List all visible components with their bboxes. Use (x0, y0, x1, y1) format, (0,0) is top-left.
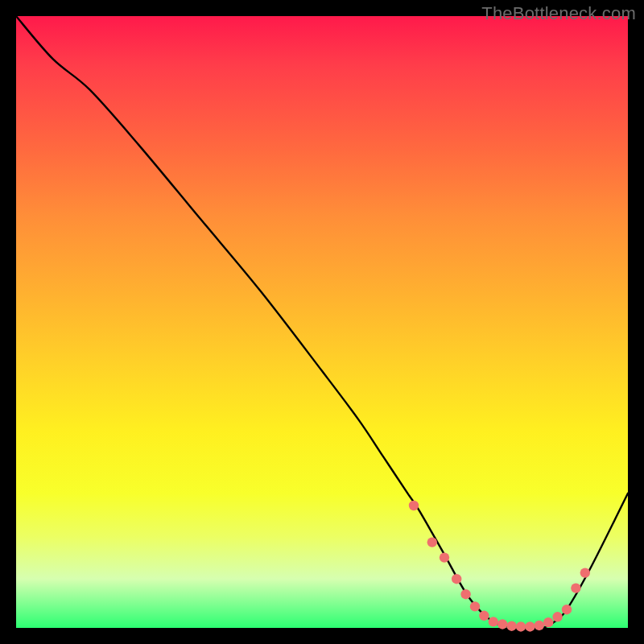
marker-group (409, 501, 590, 632)
marker-dot (489, 617, 498, 626)
marker-dot (543, 617, 553, 627)
marker-dot (427, 537, 437, 547)
marker-dot (460, 589, 470, 599)
marker-dot (409, 501, 419, 510)
marker-dot (580, 568, 590, 577)
marker-dot (497, 619, 507, 629)
chart-frame: TheBottleneck.com (0, 0, 644, 644)
marker-dot (506, 621, 516, 631)
marker-dot (571, 583, 580, 592)
watermark-label: TheBottleneck.com (481, 3, 636, 24)
marker-dot (552, 612, 562, 621)
chart-svg (16, 16, 628, 628)
plot-area (16, 16, 628, 628)
marker-dot (525, 621, 535, 631)
marker-dot (516, 621, 526, 631)
marker-dot (479, 611, 489, 621)
marker-dot (562, 605, 572, 614)
marker-dot (535, 621, 544, 630)
marker-dot (440, 552, 449, 562)
marker-dot (470, 601, 480, 611)
bottleneck-curve (16, 16, 628, 629)
marker-dot (452, 574, 461, 584)
